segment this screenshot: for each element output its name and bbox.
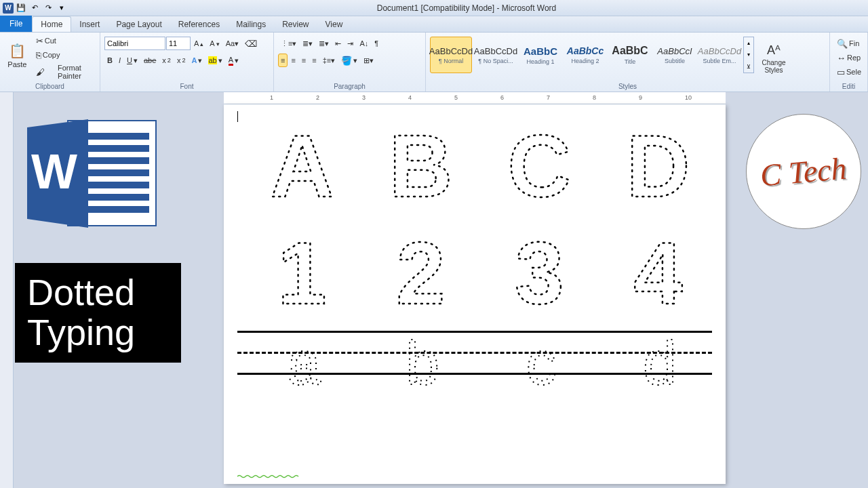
tab-view[interactable]: View [317, 17, 351, 32]
paste-label: Paste [7, 60, 26, 68]
editing-label: Editi [830, 83, 867, 90]
styles-more-button[interactable]: ▴▾⊻ [743, 37, 754, 73]
dec-indent-button[interactable]: ⇤ [332, 37, 344, 50]
paragraph-label: Paragraph [274, 83, 425, 90]
svg-text:d: d [642, 331, 676, 397]
cut-label: Cut [45, 37, 56, 45]
superscript-button[interactable]: x2 [174, 54, 189, 67]
cut-icon: ✂ [36, 36, 43, 46]
change-styles-button[interactable]: AᴬChange Styles [757, 37, 791, 80]
svg-text:1: 1 [277, 224, 326, 319]
align-center-button[interactable]: ≡ [288, 54, 298, 67]
tab-references[interactable]: References [170, 17, 228, 32]
svg-text:a: a [286, 331, 321, 397]
document-title: Document1 [Compatibility Mode] - Microso… [68, 3, 865, 13]
svg-text:3: 3 [515, 224, 564, 319]
document-page[interactable]: ABCD 1234 abcd [224, 104, 726, 484]
align-right-button[interactable]: ≡ [299, 54, 309, 67]
style-title[interactable]: AaBbCTitle [609, 37, 651, 73]
grow-font-button[interactable]: A▴ [191, 37, 206, 50]
multilevel-button[interactable]: ≣▾ [316, 37, 332, 50]
undo-icon[interactable]: ↶ [28, 2, 41, 14]
dotted-char-D: D [606, 117, 701, 211]
tab-page-layout[interactable]: Page Layout [108, 17, 170, 32]
svg-text:c: c [526, 331, 556, 397]
strike-button[interactable]: abe [141, 54, 159, 67]
replace-label: Rep [847, 54, 861, 62]
replace-icon: ↔ [837, 53, 846, 63]
style--no-spaci-[interactable]: AaBbCcDd¶ No Spaci... [475, 37, 517, 73]
tracing-block: abcd [237, 331, 712, 399]
dotted-row-letters: ABCD [237, 117, 712, 211]
line-spacing-button[interactable]: ‡≡▾ [320, 54, 338, 67]
show-marks-button[interactable]: ¶ [372, 37, 381, 50]
tab-review[interactable]: Review [274, 17, 317, 32]
bold-button[interactable]: B [104, 54, 115, 67]
underline-button[interactable]: U▾ [124, 54, 140, 67]
font-family-select[interactable] [104, 37, 165, 50]
title-line1: Dotted [27, 272, 169, 312]
find-button[interactable]: 🔍Fin [834, 37, 863, 50]
svg-text:b: b [405, 331, 439, 397]
tab-mailings[interactable]: Mailings [228, 17, 274, 32]
dotted-char-1: 1 [250, 224, 344, 319]
select-button[interactable]: ▭Sele [834, 65, 863, 79]
ribbon: 📋Paste ✂Cut ⎘Copy 🖌Format Painter Clipbo… [0, 33, 868, 92]
bullets-button[interactable]: ⋮≡▾ [278, 37, 299, 50]
cut-button[interactable]: ✂Cut [33, 34, 96, 47]
text-cursor [237, 111, 238, 122]
text-effects-button[interactable]: A▾ [189, 54, 205, 67]
change-case-button[interactable]: Aa▾ [223, 37, 241, 50]
tab-file[interactable]: File [0, 16, 32, 32]
redo-icon[interactable]: ↷ [42, 2, 54, 14]
style-subtitle[interactable]: AaBbCcISubtitle [654, 37, 696, 73]
justify-button[interactable]: ≡ [309, 54, 319, 67]
trace-char-a: a [263, 331, 331, 399]
vertical-ruler[interactable] [0, 92, 14, 488]
select-icon: ▭ [837, 67, 845, 77]
title-line2: Typing [27, 312, 169, 352]
svg-text:A: A [270, 117, 334, 211]
paste-icon: 📋 [9, 43, 26, 59]
badge-text: C Tech [759, 150, 848, 193]
style--normal[interactable]: AaBbCcDd¶ Normal [430, 37, 472, 73]
horizontal-ruler[interactable]: 12345678910 [224, 92, 726, 104]
dotted-row-numbers: 1234 [237, 224, 712, 319]
subscript-button[interactable]: x2 [159, 54, 174, 67]
paste-button[interactable]: 📋Paste [4, 34, 31, 77]
group-clipboard: 📋Paste ✂Cut ⎘Copy 🖌Format Painter Clipbo… [0, 33, 100, 92]
font-color-button[interactable]: A▾ [226, 54, 241, 67]
clipboard-label: Clipboard [0, 83, 100, 90]
style-subtle-em-[interactable]: AaBbCcDdSubtle Em... [698, 37, 741, 73]
word-icon[interactable]: W [3, 3, 14, 14]
quick-access-toolbar: W 💾 ↶ ↷ ▾ [3, 2, 68, 14]
format-painter-button[interactable]: 🖌Format Painter [33, 62, 96, 81]
numbering-button[interactable]: ≣▾ [300, 37, 315, 50]
font-size-select[interactable] [166, 37, 191, 50]
sort-button[interactable]: A↓ [357, 37, 371, 50]
copy-button[interactable]: ⎘Copy [33, 48, 96, 62]
svg-text:2: 2 [396, 224, 445, 319]
highlight-button[interactable]: ab▾ [205, 54, 224, 67]
save-icon[interactable]: 💾 [15, 2, 27, 14]
tracing-letters: abcd [237, 331, 712, 399]
italic-button[interactable]: I [116, 54, 123, 67]
fp-label: Format Painter [46, 64, 93, 80]
style-heading-2[interactable]: AaBbCcHeading 2 [564, 37, 606, 73]
style-heading-1[interactable]: AaBbCHeading 1 [519, 37, 561, 73]
shrink-font-button[interactable]: A▾ [207, 37, 222, 50]
align-left-button[interactable]: ≡ [278, 54, 288, 67]
inc-indent-button[interactable]: ⇥ [344, 37, 356, 50]
word-logo-overlay: W [20, 114, 163, 232]
styles-label: Styles [426, 83, 829, 90]
copy-icon: ⎘ [36, 50, 41, 60]
tab-home[interactable]: Home [32, 16, 71, 32]
borders-button[interactable]: ⊞▾ [361, 54, 376, 67]
svg-text:B: B [389, 117, 452, 211]
qat-dropdown-icon[interactable]: ▾ [56, 2, 68, 14]
replace-button[interactable]: ↔Rep [834, 51, 863, 64]
eraser-icon: ⌫ [245, 39, 257, 49]
shading-button[interactable]: 🪣▾ [338, 54, 360, 67]
tab-insert[interactable]: Insert [71, 17, 108, 32]
clear-format-button[interactable]: ⌫ [242, 37, 260, 50]
